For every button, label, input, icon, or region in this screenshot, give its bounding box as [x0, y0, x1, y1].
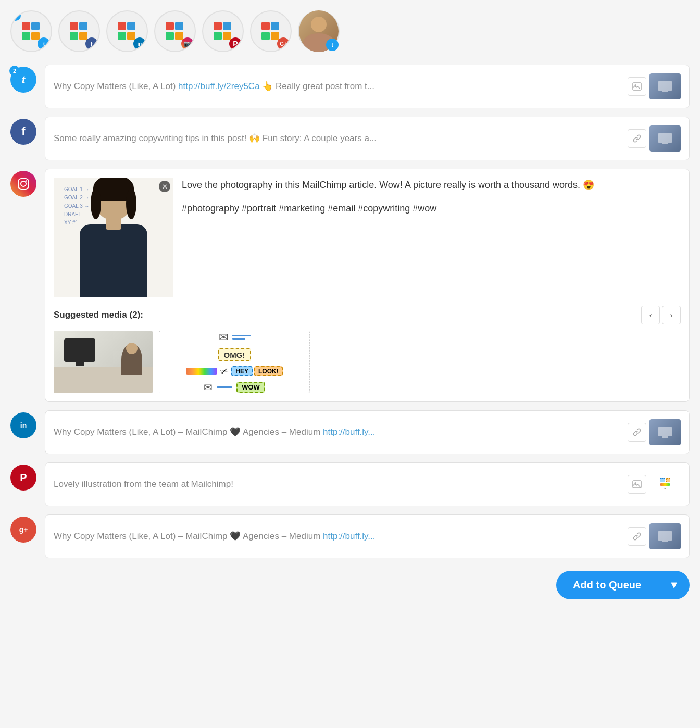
instagram-post-image: GOAL 1 → GOAL 2 → GOAL 3 → DRAFT XY #1: [54, 178, 173, 297]
profile-facebook-1[interactable]: f: [58, 10, 100, 52]
twitter-post-row: t 2 Why Copy Matters (Like, A Lot) http:…: [10, 65, 690, 108]
hey-look-stickers: HEY LOOK!: [231, 366, 282, 376]
linkedin-post-link[interactable]: http://buff.ly...: [323, 427, 375, 437]
profile-twitter-1[interactable]: t 2: [10, 10, 52, 52]
bottom-bar: Add to Queue ▼: [10, 571, 690, 599]
suggested-media-next-btn[interactable]: ›: [662, 306, 681, 324]
instagram-post-card-expanded[interactable]: GOAL 1 → GOAL 2 → GOAL 3 → DRAFT XY #1: [45, 169, 690, 402]
googleplus-post-icons: [628, 523, 681, 549]
facebook-post-row: f Some really amazing copywriting tips i…: [10, 117, 690, 160]
instagram-text-area: Love the photography in this MailChimp a…: [182, 178, 681, 297]
pinterest-icon: P: [20, 472, 27, 484]
dropdown-arrow-icon: ▼: [669, 579, 679, 591]
instagram-hashtags[interactable]: #photography #portrait #marketing #email…: [182, 203, 681, 214]
googleplus-badge-1: G+: [277, 37, 290, 50]
profile-pinterest-1[interactable]: P: [202, 10, 244, 52]
wow-sticker: WOW: [236, 382, 265, 393]
pinterest-badge-1: P: [229, 37, 242, 50]
svg-rect-6: [18, 179, 29, 189]
googleplus-post-text: Why Copy Matters (Like, A Lot) – MailChi…: [54, 530, 621, 543]
googleplus-social-icon[interactable]: g+: [10, 517, 36, 543]
pinterest-post-row: P Lovely illustration from the team at M…: [10, 462, 690, 506]
linkedin-post-card[interactable]: Why Copy Matters (Like, A Lot) – MailChi…: [45, 410, 690, 454]
googleplus-post-thumb: [649, 523, 681, 549]
scissors-icon: ✂: [219, 365, 230, 378]
svg-rect-10: [662, 436, 668, 438]
twitter-post-text: Why Copy Matters (Like, A Lot) http://bu…: [54, 80, 621, 93]
add-to-queue-dropdown-btn[interactable]: ▼: [658, 571, 690, 599]
twitter-post-thumb: [649, 73, 681, 99]
linkedin-post-text: Why Copy Matters (Like, A Lot) – MailChi…: [54, 426, 621, 438]
facebook-post-card[interactable]: Some really amazing copywriting tips in …: [45, 117, 690, 160]
envelope-icon-top: ✉: [219, 331, 228, 344]
instagram-badge-1: 📷: [181, 37, 194, 50]
instagram-icon: [17, 178, 30, 190]
suggested-media-prev-btn[interactable]: ‹: [641, 306, 660, 324]
crayons-decoration: [186, 368, 217, 375]
linkedin-icon: in: [20, 421, 27, 430]
facebook-post-icons: [628, 125, 681, 152]
linkedin-post-icons: [628, 419, 681, 445]
linkedin-text-before: Why Copy Matters (Like, A Lot) – MailChi…: [54, 427, 323, 437]
instagram-expanded-top: GOAL 1 → GOAL 2 → GOAL 3 → DRAFT XY #1: [54, 178, 681, 297]
twitter-text-before: Why Copy Matters (Like, A Lot): [54, 81, 178, 91]
linkedin-post-thumb: [649, 419, 681, 445]
svg-rect-14: [662, 541, 668, 542]
linkedin-social-icon[interactable]: in: [10, 412, 36, 438]
twitter-image-icon-btn[interactable]: [628, 77, 646, 96]
linkedin-link-icon-btn[interactable]: [628, 423, 646, 442]
facebook-badge-1: f: [85, 37, 98, 50]
facebook-link-icon-btn[interactable]: [628, 129, 646, 148]
twitter-icon: t: [22, 74, 26, 86]
instagram-post-row: GOAL 1 → GOAL 2 → GOAL 3 → DRAFT XY #1: [10, 169, 690, 402]
googleplus-post-link[interactable]: http://buff.ly...: [323, 531, 375, 541]
svg-rect-2: [658, 81, 672, 91]
linkedin-badge-1: in: [133, 37, 146, 50]
svg-rect-3: [662, 91, 668, 92]
instagram-main-text[interactable]: Love the photography in this MailChimp a…: [182, 178, 681, 193]
instagram-image-close-btn[interactable]: ✕: [159, 181, 170, 192]
svg-point-8: [26, 180, 27, 181]
twitter-text-after: 👆 Really great post from t...: [260, 81, 374, 91]
suggested-image-2[interactable]: ✉ OMG! ✂: [159, 331, 310, 393]
omg-sticker: OMG!: [218, 348, 252, 361]
suggested-image-1[interactable]: [54, 331, 153, 393]
googleplus-link-icon-btn[interactable]: [628, 527, 646, 546]
pinterest-post-icons: ✂: [628, 471, 681, 497]
suggested-media-header: Suggested media (2): ‹ ›: [54, 306, 681, 324]
instagram-main-text-content: Love the photography in this MailChimp a…: [182, 180, 594, 190]
pinterest-post-card[interactable]: Lovely illustration from the team at Mai…: [45, 462, 690, 506]
twitter-post-icons: [628, 73, 681, 99]
profile-instagram-1[interactable]: 📷: [154, 10, 196, 52]
suggested-media-section: Suggested media (2): ‹ ›: [54, 306, 681, 393]
svg-rect-4: [658, 133, 672, 143]
twitter-post-count: 2: [9, 66, 20, 76]
twitter-count-badge: 2: [10, 10, 21, 21]
profile-row: t 2 f in 📷: [10, 10, 690, 52]
profile-user-twitter[interactable]: t: [298, 10, 340, 52]
suggested-media-nav: ‹ ›: [641, 306, 681, 324]
facebook-post-text: Some really amazing copywriting tips in …: [54, 132, 621, 145]
facebook-post-thumb: [649, 125, 681, 152]
svg-rect-5: [662, 143, 668, 144]
add-to-queue-button[interactable]: Add to Queue: [556, 571, 658, 599]
googleplus-post-card[interactable]: Why Copy Matters (Like, A Lot) – MailChi…: [45, 514, 690, 558]
profile-googleplus-1[interactable]: G+: [250, 10, 292, 52]
envelope-icon-bottom: ✉: [204, 381, 213, 394]
twitter-post-link[interactable]: http://buff.ly/2rey5Ca: [178, 81, 260, 91]
pinterest-image-icon-btn[interactable]: [628, 475, 646, 494]
pinterest-post-thumb: ✂: [649, 471, 681, 497]
linkedin-post-row: in Why Copy Matters (Like, A Lot) – Mail…: [10, 410, 690, 454]
hey-sticker: HEY: [231, 366, 253, 376]
instagram-social-icon[interactable]: [10, 171, 36, 197]
svg-rect-9: [658, 427, 672, 436]
facebook-social-icon[interactable]: f: [10, 119, 36, 145]
googleplus-text-before: Why Copy Matters (Like, A Lot) – MailChi…: [54, 531, 323, 541]
svg-point-7: [21, 181, 26, 186]
look-sticker: LOOK!: [254, 366, 283, 376]
twitter-post-card[interactable]: Why Copy Matters (Like, A Lot) http://bu…: [45, 65, 690, 108]
pinterest-social-icon[interactable]: P: [10, 465, 36, 491]
googleplus-post-row: g+ Why Copy Matters (Like, A Lot) – Mail…: [10, 514, 690, 558]
twitter-social-icon[interactable]: t 2: [10, 67, 36, 93]
profile-linkedin-1[interactable]: in: [106, 10, 148, 52]
